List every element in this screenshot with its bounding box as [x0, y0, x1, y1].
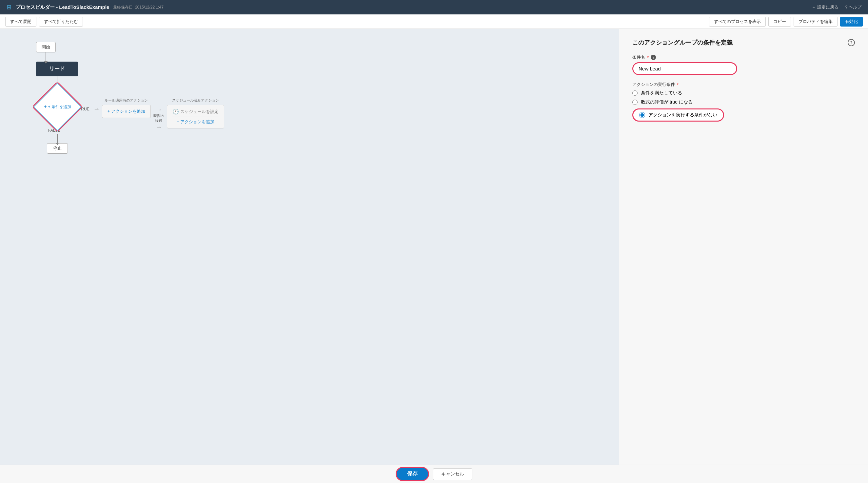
main: 開始 リード + + 条件を追加 — [0, 29, 868, 483]
header-left: ⊞ プロセスビルダー - LeadToSlackExample 最終保存日 20… — [6, 4, 163, 11]
toolbar-right: すべてのプロセスを表示 コピー プロパティを編集 有効化 — [709, 17, 863, 27]
radio-option-1-label: 条件を満たしている — [641, 90, 682, 96]
scheduled-action-box: 🕐 スケジュールを設定 + アクションを追加 — [167, 105, 224, 128]
flow-diagram: 開始 リード + + 条件を追加 — [10, 42, 609, 154]
exec-required-marker: * — [677, 82, 679, 87]
app-title: プロセスビルダー - LeadToSlackExample — [16, 4, 109, 10]
required-marker: * — [647, 55, 649, 60]
radio-group: 条件を満たしている 数式の評価が true になる アクションを実行する条件がな… — [632, 90, 855, 122]
scheduled-action-title: スケジュール済みアクション — [172, 98, 219, 103]
save-button[interactable]: 保存 — [396, 467, 429, 481]
start-node-container: 開始 — [36, 42, 56, 62]
radio-option-3[interactable] — [639, 112, 645, 118]
radio-option-3-label: アクションを実行する条件がない — [648, 112, 717, 118]
radio-item-2[interactable]: 数式の評価が true になる — [632, 99, 855, 105]
start-node: 開始 — [36, 42, 56, 53]
radio-item-1[interactable]: 条件を満たしている — [632, 90, 855, 96]
rule-action-box[interactable]: + アクションを追加 — [102, 105, 151, 118]
condition-name-input[interactable] — [632, 62, 737, 75]
last-saved: 最終保存日 2015/12/22 1:47 — [113, 5, 163, 10]
panel-title-text: このアクショングループの条件を定義 — [632, 39, 733, 46]
add-condition-label: + + 条件を追加 — [43, 104, 71, 110]
show-all-processes-button[interactable]: すべてのプロセスを表示 — [709, 17, 766, 27]
toolbar-left: すべて展開 すべて折りたたむ — [5, 17, 83, 27]
add-scheduled-action-button[interactable]: + アクションを追加 — [173, 119, 219, 125]
rule-action-column: ルール適用時のアクション + アクションを追加 — [102, 98, 151, 118]
radio-option-1[interactable] — [632, 91, 638, 96]
condition-name-group: 条件名 * i — [632, 54, 855, 75]
time-arrow-icon2: → — [155, 123, 162, 131]
bottom-bar: 保存 キャンセル — [0, 465, 868, 483]
collapse-all-button[interactable]: すべて折りたたむ — [39, 17, 83, 27]
cancel-button[interactable]: キャンセル — [433, 468, 472, 480]
back-button[interactable]: ← 設定に戻る — [812, 4, 839, 10]
radio-option-2-label: 数式の評価が true になる — [641, 99, 693, 105]
time-elapsed-label: 時間の 経過 — [153, 114, 164, 123]
app-logo-icon: ⊞ — [6, 4, 11, 11]
condition-row: + + 条件を追加 FALSE 停止 — [36, 86, 224, 154]
expand-all-button[interactable]: すべて展開 — [5, 17, 36, 27]
help-button[interactable]: ? ヘルプ — [845, 4, 862, 10]
execution-condition-label-row: アクションの実行条件 * — [632, 82, 855, 88]
copy-button[interactable]: コピー — [768, 17, 791, 27]
condition-name-label-row: 条件名 * i — [632, 54, 855, 60]
true-arrow-icon: → — [93, 105, 100, 113]
add-action-button[interactable]: + アクションを追加 — [107, 108, 145, 115]
clock-icon: 🕐 — [173, 108, 179, 115]
true-label-row: TRUE → — [79, 105, 102, 113]
false-arrow — [57, 134, 58, 143]
radio-option-2[interactable] — [632, 100, 638, 105]
schedule-divider — [173, 117, 219, 117]
canvas: 開始 リード + + 条件を追加 — [0, 29, 619, 483]
rule-action-title: ルール適用時のアクション — [104, 98, 148, 103]
time-elapsed-column: → 時間の 経過 → — [153, 106, 164, 131]
panel-help-icon[interactable]: ? — [848, 39, 855, 46]
scheduled-action-column: スケジュール済みアクション 🕐 スケジュールを設定 + アクションを追加 — [167, 98, 224, 128]
right-panel: このアクショングループの条件を定義 ? 条件名 * i アクションの実行条件 *… — [619, 29, 868, 483]
info-icon[interactable]: i — [651, 55, 656, 60]
true-path: TRUE → ルール適用時のアクション + アクションを追加 → 時間の 経過 — [79, 89, 224, 131]
edit-properties-button[interactable]: プロパティを編集 — [794, 17, 838, 27]
false-path: FALSE 停止 — [47, 128, 68, 154]
condition-column: + + 条件を追加 FALSE 停止 — [36, 86, 79, 154]
arrow-start-to-lead — [45, 53, 46, 62]
time-arrow-icon: → — [155, 106, 162, 114]
panel-title-row: このアクショングループの条件を定義 ? — [632, 39, 855, 46]
header: ⊞ プロセスビルダー - LeadToSlackExample 最終保存日 20… — [0, 0, 868, 14]
toolbar: すべて展開 すべて折りたたむ すべてのプロセスを表示 コピー プロパティを編集 … — [0, 14, 868, 29]
execution-condition-group: アクションの実行条件 * 条件を満たしている 数式の評価が true になる ア… — [632, 82, 855, 122]
condition-diamond[interactable]: + + 条件を追加 — [36, 86, 79, 128]
header-right: ← 設定に戻る ? ヘルプ — [812, 4, 862, 10]
lead-node[interactable]: リード — [36, 62, 78, 76]
radio-selected-box[interactable]: アクションを実行する条件がない — [632, 108, 724, 122]
activate-button[interactable]: 有効化 — [840, 17, 863, 27]
set-schedule-button[interactable]: 🕐 スケジュールを設定 — [173, 108, 219, 115]
